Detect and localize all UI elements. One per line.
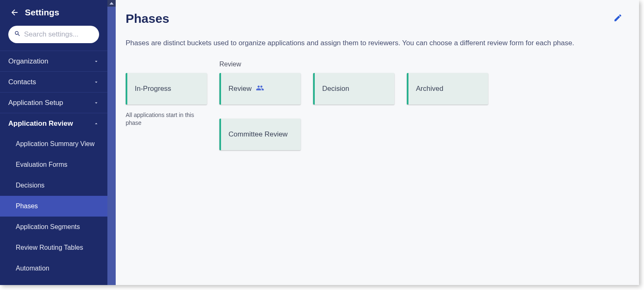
phases-grid: In-Progress All applications start in th… (126, 61, 622, 155)
nav-section-application-review[interactable]: Application Review (0, 113, 107, 134)
sidebar-item-automation[interactable]: Automation (0, 258, 107, 279)
column-header (126, 61, 207, 70)
edit-button[interactable] (613, 13, 622, 24)
sidebar: Settings Organization Contacts Applicati (0, 0, 116, 285)
column-header: Review (219, 61, 301, 70)
scrollbar-up-button[interactable] (107, 0, 116, 7)
search-wrap (0, 26, 107, 51)
sidebar-item-label: Application Segments (16, 223, 80, 231)
sidebar-item-decisions[interactable]: Decisions (0, 175, 107, 196)
spacer (219, 110, 301, 119)
sidebar-item-label: Automation (16, 265, 49, 272)
nav-sub-list: Application Summary View Evaluation Form… (0, 134, 107, 279)
settings-title: Settings (25, 7, 59, 17)
search-icon (14, 30, 21, 39)
phase-card-decision[interactable]: Decision (313, 73, 394, 105)
phase-card-label: Archived (416, 85, 443, 93)
sidebar-item-phases[interactable]: Phases (0, 196, 107, 217)
phase-card-in-progress[interactable]: In-Progress (126, 73, 207, 105)
nav-section-label: Contacts (8, 78, 36, 86)
sidebar-header: Settings (0, 0, 107, 26)
phase-column-review: Review Review Committee Review (219, 61, 301, 155)
phase-card-label: Committee Review (228, 130, 288, 139)
main-content: Phases Phases are distinct buckets used … (116, 0, 639, 285)
sidebar-item-application-summary-view[interactable]: Application Summary View (0, 134, 107, 154)
sidebar-item-label: Review Routing Tables (16, 244, 83, 251)
sidebar-item-evaluation-forms[interactable]: Evaluation Forms (0, 154, 107, 175)
page-description: Phases are distinct buckets used to orga… (126, 38, 622, 48)
phase-card-label: Decision (322, 85, 349, 93)
nav-section-organization[interactable]: Organization (0, 51, 107, 71)
app-window: Settings Organization Contacts Applicati (0, 0, 639, 285)
chevron-up-icon (93, 121, 99, 127)
nav-section-application-setup[interactable]: Application Setup (0, 92, 107, 113)
search-field[interactable] (8, 26, 99, 43)
chevron-down-icon (93, 58, 99, 64)
phase-column-caption: All applications start in this phase (126, 111, 207, 127)
chevron-down-icon (93, 79, 99, 85)
back-arrow-icon[interactable] (10, 8, 19, 17)
column-header (407, 61, 488, 70)
sidebar-item-label: Evaluation Forms (16, 161, 68, 168)
nav-section-contacts[interactable]: Contacts (0, 71, 107, 92)
phase-column-archived: Archived (407, 61, 488, 110)
phase-card-archived[interactable]: Archived (407, 73, 488, 105)
column-header (313, 61, 394, 70)
pencil-icon (613, 13, 622, 24)
nav-section-label: Application Review (8, 119, 73, 128)
phase-column-decision: Decision (313, 61, 394, 110)
nav-section-label: Application Setup (8, 99, 63, 107)
phase-card-review[interactable]: Review (219, 73, 301, 105)
phase-column-in-progress: In-Progress All applications start in th… (126, 61, 207, 127)
sidebar-item-label: Decisions (16, 182, 44, 189)
chevron-down-icon (93, 100, 99, 106)
phase-card-label: In-Progress (135, 85, 171, 93)
phase-card-committee-review[interactable]: Committee Review (219, 119, 301, 150)
search-input[interactable] (24, 30, 112, 39)
page-title: Phases (126, 12, 169, 26)
page-header: Phases (126, 12, 622, 26)
sidebar-item-label: Phases (16, 202, 38, 210)
sidebar-item-application-segments[interactable]: Application Segments (0, 217, 107, 237)
group-icon (256, 85, 264, 93)
sidebar-item-label: Application Summary View (16, 140, 95, 148)
nav-section-label: Organization (8, 57, 48, 66)
phase-card-label: Review (228, 85, 252, 93)
sidebar-item-review-routing-tables[interactable]: Review Routing Tables (0, 237, 107, 258)
